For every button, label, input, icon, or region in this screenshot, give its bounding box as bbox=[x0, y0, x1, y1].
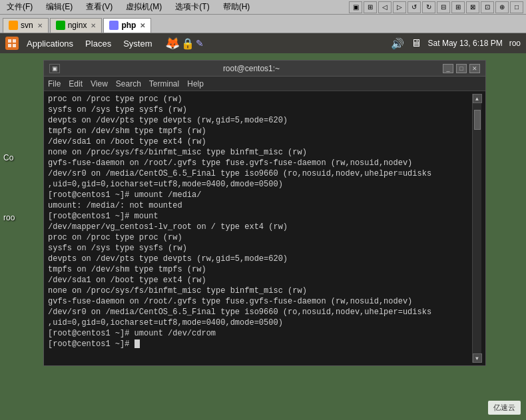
desktop: Co roo ▣ root@centos1:~ _ □ ✕ File Edit … bbox=[0, 53, 526, 420]
apps-icon bbox=[5, 37, 19, 50]
terminal-window: ▣ root@centos1:~ _ □ ✕ File Edit View Se… bbox=[43, 60, 486, 366]
lock-icon[interactable]: 🔒 bbox=[181, 37, 194, 50]
terminal-menu-terminal[interactable]: Terminal bbox=[149, 79, 179, 89]
terminal-icon: ▣ bbox=[49, 64, 60, 73]
gnome-system[interactable]: System bbox=[118, 36, 157, 51]
scrollbar-up-btn[interactable]: ▲ bbox=[473, 94, 482, 103]
terminal-content: proc on /proc type proc (rw) sysfs on /s… bbox=[48, 94, 472, 363]
terminal-menu-view[interactable]: View bbox=[91, 79, 108, 89]
gnome-panel-right: 🔊 🖥 Sat May 13, 6:18 PM roo bbox=[391, 37, 521, 50]
toolbar-icon-3[interactable]: ◁ bbox=[378, 1, 392, 13]
toolbar-icon-1[interactable]: ▣ bbox=[349, 1, 362, 13]
terminal-body[interactable]: proc on /proc type proc (rw) sysfs on /s… bbox=[44, 91, 485, 365]
toolbar-icon-5[interactable]: ↺ bbox=[407, 1, 421, 13]
toolbar-icon-11[interactable]: ⊕ bbox=[495, 1, 509, 13]
terminal-menu-edit[interactable]: Edit bbox=[69, 79, 83, 89]
tab-svn[interactable]: svn ✕ bbox=[3, 18, 49, 33]
menu-edit[interactable]: 编辑(E) bbox=[42, 1, 77, 13]
toolbar-icon-12[interactable]: □ bbox=[510, 1, 523, 13]
tab-nginx[interactable]: nginx ✕ bbox=[50, 18, 103, 33]
toolbar-icon-8[interactable]: ⊞ bbox=[451, 1, 465, 13]
tab-nginx-label: nginx bbox=[68, 21, 87, 30]
terminal-menu-file[interactable]: File bbox=[48, 79, 61, 89]
terminal-title: root@centos1:~ bbox=[60, 64, 443, 73]
terminal-titlebar: ▣ root@centos1:~ _ □ ✕ bbox=[44, 61, 485, 77]
top-menubar: 文件(F) 编辑(E) 查看(V) 虚拟机(M) 选项卡(T) 帮助(H) ▣ … bbox=[0, 0, 526, 15]
tab-nginx-close[interactable]: ✕ bbox=[91, 22, 96, 29]
scrollbar-thumb[interactable] bbox=[474, 110, 481, 130]
gnome-user: roo bbox=[509, 39, 521, 48]
terminal-close-btn[interactable]: ✕ bbox=[469, 64, 480, 73]
menu-tabs[interactable]: 选项卡(T) bbox=[171, 1, 213, 13]
network-icon[interactable]: 🖥 bbox=[411, 37, 421, 49]
tab-php[interactable]: php ✕ bbox=[103, 18, 151, 33]
terminal-maximize-btn[interactable]: □ bbox=[456, 64, 467, 73]
terminal-minimize-btn[interactable]: _ bbox=[443, 64, 453, 73]
menu-vm[interactable]: 虚拟机(M) bbox=[122, 1, 166, 13]
toolbar-icon-9[interactable]: ⊠ bbox=[466, 1, 479, 13]
edit-icon[interactable]: ✎ bbox=[196, 38, 204, 49]
scrollbar-down-btn[interactable]: ▼ bbox=[473, 353, 482, 363]
tab-php-close[interactable]: ✕ bbox=[140, 22, 145, 29]
toolbar-icon-10[interactable]: ⊡ bbox=[481, 1, 494, 13]
scrollbar-track[interactable] bbox=[473, 103, 481, 353]
gnome-places[interactable]: Places bbox=[80, 36, 117, 51]
php-icon bbox=[109, 21, 119, 30]
firefox-icon[interactable]: 🦊 bbox=[165, 36, 180, 51]
tab-svn-label: svn bbox=[21, 21, 33, 30]
taskbar: svn ✕ nginx ✕ php ✕ bbox=[0, 15, 526, 33]
speaker-icon[interactable]: 🔊 bbox=[391, 37, 404, 50]
svg-rect-1 bbox=[13, 39, 16, 43]
toolbar-icon-7[interactable]: ⊟ bbox=[437, 1, 450, 13]
svg-rect-0 bbox=[8, 39, 11, 43]
tab-php-label: php bbox=[121, 21, 136, 30]
svn-icon bbox=[9, 21, 18, 30]
svg-rect-3 bbox=[13, 44, 16, 47]
terminal-btn-group: _ □ ✕ bbox=[443, 64, 480, 73]
desktop-label-2: roo bbox=[3, 213, 15, 222]
gnome-datetime: Sat May 13, 6:18 PM bbox=[428, 39, 503, 48]
terminal-menu-search[interactable]: Search bbox=[116, 79, 141, 89]
gnome-applications[interactable]: Applications bbox=[21, 36, 79, 51]
toolbar-icon-4[interactable]: ▷ bbox=[393, 1, 406, 13]
menu-help[interactable]: 帮助(H) bbox=[219, 1, 254, 13]
desktop-label-1: Co bbox=[3, 153, 13, 162]
watermark: 亿速云 bbox=[488, 401, 521, 415]
nginx-icon bbox=[56, 21, 65, 30]
terminal-menubar: File Edit View Search Terminal Help bbox=[44, 77, 485, 91]
toolbar-icon-2[interactable]: ⊞ bbox=[364, 1, 377, 13]
svg-rect-2 bbox=[8, 44, 11, 47]
toolbar-icons: ▣ ⊞ ◁ ▷ ↺ ↻ ⊟ ⊞ ⊠ ⊡ ⊕ □ bbox=[349, 1, 523, 13]
terminal-cursor bbox=[134, 339, 140, 348]
toolbar-icon-6[interactable]: ↻ bbox=[422, 1, 435, 13]
terminal-menu-help[interactable]: Help bbox=[187, 79, 204, 89]
menu-view[interactable]: 查看(V) bbox=[82, 1, 117, 13]
terminal-scrollbar[interactable]: ▲ ▼ bbox=[472, 94, 481, 363]
gnome-panel: Applications Places System 🦊 🔒 ✎ 🔊 🖥 Sat… bbox=[0, 33, 526, 53]
menu-file[interactable]: 文件(F) bbox=[3, 1, 37, 13]
tab-svn-close[interactable]: ✕ bbox=[37, 22, 43, 29]
